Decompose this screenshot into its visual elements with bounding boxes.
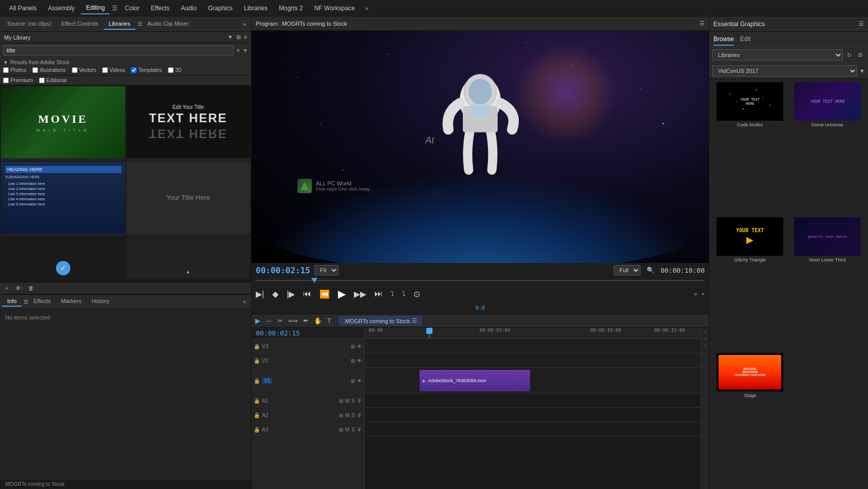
libraries-menu-icon[interactable]: ☰ [138, 21, 142, 27]
menu-audio[interactable]: Audio [176, 3, 202, 14]
solo-icon-a3[interactable]: S [351, 427, 355, 432]
tab-effects[interactable]: Effects [28, 296, 55, 307]
eg-menu-icon[interactable]: ☰ [859, 21, 864, 27]
eg-thumb-neon-lower-third[interactable]: generic neon dance Neon Lower Third [790, 217, 865, 350]
thumb-partial[interactable]: ✓ [1, 237, 125, 278]
zoom-icon[interactable]: 🔍 [647, 267, 654, 274]
add-item-btn[interactable]: + [3, 284, 10, 292]
search-clear-icon[interactable]: ✕ [236, 47, 240, 54]
filter-illustrations[interactable]: Illustrations [32, 67, 66, 73]
lock-icon-a2[interactable]: 🔒 [254, 412, 260, 418]
eg-tab-browse[interactable]: Browse [713, 33, 734, 46]
sync-icon-v1[interactable]: ⊞ [351, 378, 355, 384]
menu-nf-workspace[interactable]: NF Workspace [309, 3, 360, 14]
library-list-icon[interactable]: ≡ [244, 34, 247, 41]
mic-icon-a1[interactable]: 🎙 [357, 398, 362, 404]
go-to-in-btn[interactable]: ⏮ [303, 289, 311, 298]
hand-tool[interactable]: ✋ [312, 315, 324, 326]
filter-vectors[interactable]: Vectors [72, 67, 96, 73]
mic-icon-a2[interactable]: 🎙 [357, 412, 362, 418]
premium-checkbox[interactable] [3, 78, 9, 83]
thumb-your-title[interactable]: Your Title Here [126, 162, 251, 236]
editorial-checkbox[interactable] [39, 78, 45, 83]
templates-checkbox[interactable] [131, 67, 137, 73]
sync-icon-a1[interactable]: ⊞ [339, 398, 343, 404]
sequence-tab[interactable]: .MOGRTs coming to Stock ☰ [339, 316, 422, 326]
timecode-current[interactable]: 00:00:02:15 [256, 266, 310, 275]
eye-icon-v1[interactable]: 👁 [357, 378, 362, 384]
thumb-collapse-icon[interactable]: ▲ [186, 269, 191, 274]
menu-all-panels[interactable]: All Panels [4, 3, 42, 14]
tab-history[interactable]: History [87, 296, 115, 307]
lock-icon-a3[interactable]: 🔒 [254, 427, 260, 432]
step-back-btn[interactable]: ⏪ [319, 289, 330, 299]
export-btn[interactable]: ⊙ [413, 289, 420, 299]
tab-audio-clip-mixer[interactable]: Audio Clip Mixer: [142, 18, 195, 30]
tab-markers[interactable]: Markers [56, 296, 87, 307]
filter-3d[interactable]: 3D [168, 67, 182, 73]
lock-icon-v1[interactable]: 🔒 [254, 378, 260, 384]
eg-tab-edit[interactable]: Edit [740, 33, 751, 46]
trash-icon[interactable]: 🗑 [26, 284, 36, 292]
step-fwd-frame-btn[interactable]: ▶▶ [354, 289, 366, 299]
eg-library-select[interactable]: Libraries [712, 49, 843, 61]
mark-in-btn[interactable]: ▶| [256, 289, 264, 299]
video-clip[interactable]: ▶ AdobeStock_78363568.mov [420, 370, 530, 391]
videos-checkbox[interactable] [102, 67, 108, 73]
playhead-head[interactable] [426, 328, 432, 334]
thumb-movie-main-title[interactable]: MOVIE MAIN TITLE [1, 86, 125, 161]
solo-icon-a2[interactable]: S [351, 412, 355, 418]
quality-select[interactable]: Full [614, 265, 640, 275]
filter-photos[interactable]: Photos [3, 67, 26, 73]
sync-icon-v2[interactable]: ⊞ [351, 358, 355, 364]
loop-indicator[interactable]: 0-0 [476, 305, 485, 311]
menu-more-icon[interactable]: » [361, 3, 372, 13]
tab-source[interactable]: Source: (no clips) [2, 18, 56, 30]
menu-libraries[interactable]: Libraries [239, 3, 273, 14]
eye-icon-v3[interactable]: 👁 [357, 344, 362, 349]
menu-effects[interactable]: Effects [146, 3, 175, 14]
eg-thumb-glitchy-triangle[interactable]: YOUR TEXT ▶ Glitchy Triangle [712, 217, 788, 350]
sync-icon-a2[interactable]: ⊞ [339, 412, 343, 418]
scrubber-playhead[interactable] [311, 278, 317, 283]
filter-templates[interactable]: Templates [131, 67, 162, 73]
track-right-icon-2[interactable]: ○ [704, 336, 706, 341]
fit-select[interactable]: Fit [314, 265, 338, 275]
library-grid-icon[interactable]: ⊞ [236, 34, 241, 41]
filter-editorial[interactable]: Editorial [39, 77, 67, 83]
ripple-tool[interactable]: ↔ [264, 315, 274, 326]
go-to-out-btn[interactable]: ⏭ [374, 289, 383, 298]
lock-icon-v2[interactable]: 🔒 [254, 358, 260, 364]
add-marker-btn[interactable]: ◆ [272, 289, 278, 299]
eg-thumb-dome-universe[interactable]: YOUR TEXT HERE Dome Universe [790, 82, 865, 215]
menu-graphics[interactable]: Graphics [203, 3, 238, 14]
eg-preset-select[interactable]: VidConUS 2017 [712, 65, 857, 77]
overwrite-btn[interactable]: ⤵ [402, 290, 405, 297]
search-filter-icon[interactable]: ▼ [242, 47, 248, 53]
eg-thumb-code-nodes[interactable]: YOUR TEXTHERE Code Nodes [712, 82, 788, 215]
pen-tool[interactable]: ✒ [301, 315, 310, 326]
filter-section-title[interactable]: ▼ Results from Adobe Stock [3, 60, 248, 65]
settings-icon[interactable]: + [702, 291, 705, 297]
illustrations-checkbox[interactable] [32, 67, 38, 73]
sync-icon-a3[interactable]: ⊞ [339, 427, 343, 432]
eye-icon-v2[interactable]: 👁 [357, 358, 362, 364]
mute-icon-a3[interactable]: M [345, 427, 349, 432]
solo-icon-a1[interactable]: S [351, 398, 355, 404]
bottom-panel-expand[interactable]: » [240, 298, 249, 305]
panel-expand-icon[interactable]: » [240, 21, 249, 27]
track-right-icon-3[interactable]: ○ [704, 343, 706, 348]
filter-videos[interactable]: Videos [102, 67, 125, 73]
eg-preset-menu-icon[interactable]: ▼ [859, 68, 865, 74]
vectors-checkbox[interactable] [72, 67, 78, 73]
monitor-scrubber[interactable] [256, 277, 705, 284]
library-dropdown-icon[interactable]: ▼ [228, 34, 233, 41]
safe-margins-icon[interactable]: » [694, 291, 697, 297]
insert-btn[interactable]: ⤵ [391, 290, 394, 297]
photos-checkbox[interactable] [3, 67, 9, 73]
lock-icon-v3[interactable]: 🔒 [254, 344, 260, 349]
thumb-lower-third[interactable]: HEADING HERE SUBHEADING HERE Line 1 info… [1, 162, 125, 236]
slip-tool[interactable]: ⟺ [287, 315, 299, 326]
eg-lib-settings-btn[interactable]: ⚙ [856, 51, 865, 60]
eg-thumb-stage[interactable]: IMAGINEDRAGONSFEATURING YOUR NAME Stage [712, 353, 788, 486]
